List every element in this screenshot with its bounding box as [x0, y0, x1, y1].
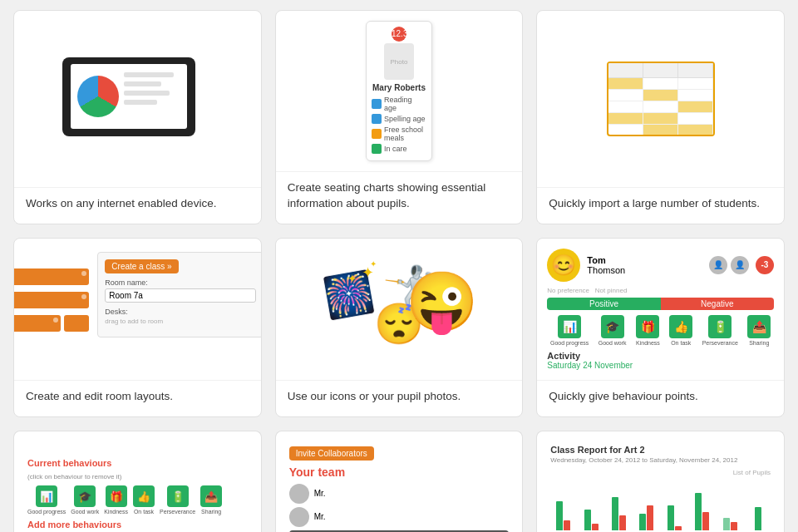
member-label1: Mr. — [314, 489, 326, 498]
behaviour-student-info: Tom Thomson — [587, 255, 625, 275]
card-seating-image: 12.3 Photo Mary Roberts Reading age Spel… — [276, 11, 523, 171]
card-behaviour: 😊 Tom Thomson 👤 👤 -3 No preference Not p… — [536, 238, 785, 417]
member-avatar2 — [289, 507, 309, 527]
ontask-label: On task — [671, 340, 691, 346]
curr-kindness-label: Kindness — [104, 509, 128, 515]
perseverance-icon: 🔋 — [708, 315, 732, 338]
ss-cell7 — [608, 101, 643, 112]
info-meals: Free school meals — [372, 126, 426, 142]
student-name: Mary Roberts — [372, 83, 426, 92]
bar-stack2 — [584, 510, 598, 530]
ss-col1 — [608, 63, 643, 77]
negative-count-badge: -3 — [756, 256, 774, 274]
tablet-outer — [62, 57, 195, 136]
invite-illustration: Invite Collaborators Your team Mr. Mr. I… — [283, 438, 516, 532]
behav-icon-work: 🎓 Good work — [598, 315, 627, 346]
bar1 — [556, 501, 563, 530]
ss-cell3 — [678, 78, 713, 89]
curr-kindness-icon: 🎁 — [106, 485, 127, 507]
create-class-button[interactable]: Create a class » — [105, 259, 178, 273]
preference-label: No preference Not pinned — [547, 287, 774, 294]
report-illustration: Class Report for Art 2 Wednesday, Octobe… — [544, 438, 777, 532]
work-label: Good work — [598, 340, 627, 346]
card-invite: Invite Collaborators Your team Mr. Mr. I… — [275, 431, 524, 532]
ss-cell9 — [678, 101, 713, 112]
desk-row3 — [14, 315, 89, 332]
member-label2: Mr. — [314, 512, 326, 521]
activity-date: Saturday 24 November — [547, 361, 774, 370]
bar12 — [702, 512, 709, 530]
desk3-dot — [53, 318, 58, 323]
behaviour-student-name: Tom — [587, 255, 625, 265]
ss-cell6 — [678, 90, 713, 101]
bar7 — [639, 514, 646, 530]
desk-grid — [14, 268, 89, 335]
info-spelling: Spelling age — [372, 114, 426, 124]
perseverance-label: Perseverance — [702, 340, 738, 346]
desk1 — [14, 268, 89, 285]
curr-progress-label: Good progress — [27, 509, 66, 515]
behav-icon-progress: 📊 Good progress — [550, 315, 589, 346]
room-name-field: Room name: Room 7a — [105, 278, 256, 303]
bar-group2 — [579, 510, 603, 530]
desk-row1 — [14, 268, 89, 285]
behav-icon-ontask: 👍 On task — [669, 315, 692, 346]
bar13 — [723, 518, 730, 530]
curr-icons-row: 📊 Good progress 🎓 Good work 🎁 Kindness 👍… — [27, 485, 248, 515]
sharing-icon: 📤 — [747, 315, 771, 338]
bar-group4 — [634, 505, 659, 530]
progress-label: Good progress — [550, 340, 589, 346]
room-name-input[interactable]: Room 7a — [105, 288, 256, 303]
bar-group7 — [717, 518, 742, 530]
avatar-placeholder: Photo — [391, 58, 408, 66]
card-icons-text: Use our icons or your pupil photos. — [276, 380, 523, 416]
desk4 — [64, 315, 89, 332]
bar2 — [564, 520, 570, 530]
ss-cell11 — [643, 113, 678, 124]
desks-field: Desks: drag to add to room — [105, 308, 256, 325]
ss-row2 — [608, 90, 713, 101]
curr-behaviours-subtitle: (click on behaviour to remove it) — [27, 473, 248, 480]
ss-cell2 — [643, 78, 678, 89]
member-row2: Mr. — [289, 507, 510, 527]
line4 — [124, 100, 157, 105]
curr-sharing-label: Sharing — [201, 509, 221, 515]
bar-group5 — [662, 505, 687, 530]
bar-group1 — [550, 501, 575, 530]
behav-icon-sharing: 📤 Sharing — [747, 315, 771, 346]
ontask-icon: 👍 — [669, 315, 692, 338]
bar-stack5 — [667, 505, 682, 530]
chart-area — [550, 478, 771, 532]
bar3 — [584, 510, 591, 530]
desk2 — [14, 292, 89, 308]
report-date: Wednesday, October 24, 2012 to Saturday,… — [550, 456, 771, 464]
positive-tab[interactable]: Positive — [547, 298, 660, 310]
line2 — [124, 81, 161, 86]
ss-cell8 — [643, 101, 678, 112]
star3: ✦ — [370, 259, 377, 268]
line3 — [124, 91, 170, 96]
behav-icon-perseverance: 🔋 Perseverance — [702, 315, 738, 346]
invite-badge: Invite Collaborators — [289, 446, 374, 461]
student-badge: 12.3 Photo Mary Roberts Reading age Spel… — [366, 21, 432, 161]
card-device-text: Works on any internet enabled device. — [14, 187, 261, 224]
spelling-label: Spelling age — [384, 115, 426, 123]
pin-icons-container: 👤 👤 — [709, 256, 749, 274]
behaviour-header: 😊 Tom Thomson 👤 👤 -3 — [547, 249, 774, 282]
student-info: Reading age Spelling age Free school mea… — [372, 96, 426, 154]
curr-icon-progress: 📊 Good progress — [27, 485, 66, 515]
curr-icon-kindness: 🎁 Kindness — [104, 485, 128, 515]
card-behaviour-image: 😊 Tom Thomson 👤 👤 -3 No preference Not p… — [537, 239, 784, 380]
bar14 — [731, 522, 737, 530]
ss-cell14 — [643, 125, 678, 135]
card-curr-behav-image: Current behaviours (click on behaviour t… — [14, 431, 261, 532]
tablet-screen — [71, 64, 187, 129]
member-avatar1 — [289, 484, 309, 504]
card-import-image — [537, 11, 784, 187]
negative-tab[interactable]: Negative — [661, 298, 774, 310]
ss-cell12 — [678, 113, 713, 124]
star2: ✦ — [347, 272, 357, 285]
bar-stack8 — [755, 507, 761, 530]
room-name-label: Room name: — [105, 278, 256, 287]
bar15 — [755, 507, 761, 530]
